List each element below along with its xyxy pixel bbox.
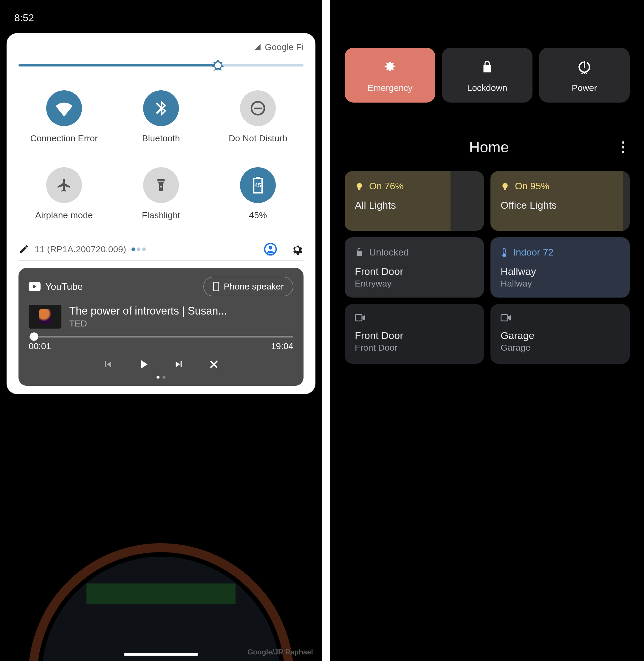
svg-rect-26 [501,315,508,321]
media-thumbnail[interactable] [29,305,62,328]
svg-rect-25 [355,315,362,321]
brightness-thumb-icon[interactable] [211,59,225,72]
device-name: All Lights [355,200,474,211]
more-menu-button[interactable] [619,138,627,156]
svg-rect-20 [358,188,361,190]
device-room: Garage [501,343,620,353]
media-source[interactable]: YouTube [29,281,83,292]
qs-label: Connection Error [30,133,98,143]
carrier-name: Google Fi [265,42,303,52]
progress-thumb[interactable] [30,333,38,341]
device-name: Office Lights [501,200,620,211]
qs-label: Do Not Disturb [229,133,288,143]
svg-rect-2 [87,584,235,605]
play-button[interactable] [136,357,151,371]
quick-settings-panel: Google Fi Connection Error Bluetooth Do … [6,33,316,394]
power-actions-row: Emergency Lockdown Power [330,0,644,102]
svg-point-18 [586,73,588,74]
emergency-button[interactable]: Emergency [345,48,435,102]
home-title[interactable]: Home [359,139,619,156]
action-label: Emergency [367,83,413,93]
svg-text:45: 45 [255,182,261,188]
qs-tile-bluetooth[interactable]: Bluetooth [115,90,206,143]
device-hallway-thermostat[interactable]: Indoor 72 Hallway Hallway [490,237,630,298]
svg-point-24 [502,253,506,257]
media-elapsed: 00:01 [29,341,51,351]
power-button[interactable]: Power [539,48,630,102]
battery-icon: 45 [251,177,264,193]
action-label: Power [572,83,597,93]
dnd-icon [250,100,266,116]
device-front-door-lock[interactable]: Unlocked Front Door Entryway [345,237,484,298]
svg-point-11 [269,246,272,250]
close-button[interactable] [207,357,221,371]
device-status: On 95% [515,181,550,192]
edit-icon[interactable] [19,244,29,255]
svg-rect-6 [254,108,262,109]
right-phone-screen: Emergency Lockdown Power Home On 76% All… [322,0,644,661]
svg-point-21 [502,183,508,188]
media-output-chip[interactable]: Phone speaker [203,277,293,296]
brightness-slider[interactable] [19,64,303,67]
page-indicator [132,248,146,251]
image-credit: Google/JR Raphael [248,648,313,656]
flashlight-icon [154,178,168,192]
svg-point-4 [215,62,221,68]
qs-tile-airplane[interactable]: Airplane mode [19,167,110,220]
profile-icon[interactable] [264,243,277,255]
gear-icon[interactable] [291,243,303,255]
device-room: Hallway [501,278,620,289]
airplane-icon [56,177,72,193]
home-indicator[interactable] [124,653,198,656]
qs-label: Airplane mode [35,210,93,220]
bulb-icon [501,182,509,191]
device-garage-camera[interactable]: Garage Garage [490,304,630,364]
device-name: Front Door [355,266,474,277]
media-artist: TED [69,318,227,328]
qs-tile-battery[interactable]: 45 45% [212,167,303,220]
thermometer-icon [501,248,508,258]
device-name: Front Door [355,330,474,341]
svg-rect-13 [213,282,218,291]
next-button[interactable] [171,357,186,371]
lock-icon [481,60,494,74]
device-name: Garage [501,330,620,341]
svg-rect-22 [504,188,506,190]
camera-icon [501,314,511,322]
qs-label: 45% [249,210,267,220]
device-grid: On 76% All Lights On 95% Office Lights U… [330,171,644,364]
device-room: Front Door [355,343,474,353]
home-header: Home [330,102,644,171]
media-title: The power of introverts | Susan... [69,305,227,317]
carrier-row: Google Fi [19,42,303,52]
qs-tile-dnd[interactable]: Do Not Disturb [212,90,303,143]
device-status: Indoor 72 [513,247,553,258]
device-office-lights[interactable]: On 95% Office Lights [490,171,630,231]
medical-icon [383,60,397,74]
media-progress-slider[interactable] [29,336,293,338]
action-label: Lockdown [467,83,507,93]
device-front-door-camera[interactable]: Front Door Front Door [345,304,484,364]
bluetooth-icon [153,100,169,116]
build-info-row: 11 (RP1A.200720.009) [19,238,303,260]
device-status: Unlocked [369,247,409,258]
status-bar-clock: 8:52 [0,0,322,29]
qs-tile-flashlight[interactable]: Flashlight [115,167,206,220]
qs-tile-wifi[interactable]: Connection Error [19,90,110,143]
camera-icon [355,314,366,322]
lockdown-button[interactable]: Lockdown [442,48,532,102]
signal-icon [253,43,261,51]
previous-button[interactable] [101,357,115,371]
quick-settings-grid: Connection Error Bluetooth Do Not Distur… [19,90,303,220]
svg-rect-23 [503,248,505,254]
svg-point-17 [584,73,585,74]
qs-label: Flashlight [142,210,180,220]
svg-point-19 [356,183,362,188]
unlock-icon [355,248,364,258]
wifi-icon [56,100,72,117]
device-status: On 76% [369,181,404,192]
left-phone-screen: 8:52 Google Fi Connection Error [0,0,322,661]
youtube-icon [29,282,41,291]
device-all-lights[interactable]: On 76% All Lights [345,171,484,231]
media-duration: 19:04 [271,341,293,351]
